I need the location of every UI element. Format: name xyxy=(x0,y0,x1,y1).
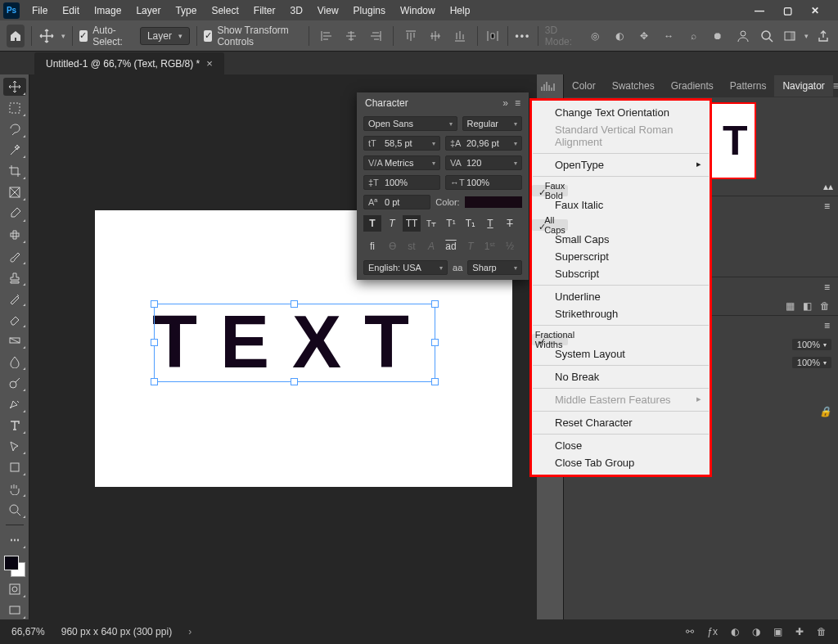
screen-mode-icon[interactable] xyxy=(3,601,26,619)
collapse-icon[interactable]: » xyxy=(502,97,508,109)
zoom-tool[interactable] xyxy=(3,501,26,519)
healing-tool[interactable] xyxy=(3,226,26,244)
close-window-button[interactable]: ✕ xyxy=(809,4,822,17)
allcaps-button[interactable]: TT xyxy=(403,215,421,232)
font-family-dropdown[interactable]: Open Sans▾ xyxy=(363,116,457,131)
fx-icon[interactable]: ƒx xyxy=(707,626,718,637)
move-tool[interactable] xyxy=(3,78,26,96)
transform-handle-w[interactable] xyxy=(151,339,158,346)
frame-tool[interactable] xyxy=(3,183,26,201)
distribute-bottom-icon[interactable] xyxy=(449,25,471,47)
vscale-field[interactable]: ‡T100% xyxy=(363,175,440,190)
transform-handle-sw[interactable] xyxy=(151,378,158,385)
stamp-tool[interactable] xyxy=(3,268,26,286)
align-right-icon[interactable] xyxy=(365,25,386,47)
character-panel-header[interactable]: Character » ≡ xyxy=(357,92,529,114)
menu-file[interactable]: File xyxy=(25,2,55,19)
trash-icon[interactable]: 🗑 xyxy=(817,626,827,637)
close-tab-icon[interactable]: × xyxy=(206,57,213,70)
strikethrough-button[interactable]: T xyxy=(501,215,519,232)
menu-subscript[interactable]: Subscript xyxy=(532,265,710,282)
shape-tool[interactable] xyxy=(3,458,26,476)
history-brush-tool[interactable] xyxy=(3,290,26,308)
quick-mask-icon[interactable] xyxy=(3,580,26,598)
tab-color[interactable]: Color xyxy=(564,75,604,97)
tab-gradients[interactable]: Gradients xyxy=(663,75,722,97)
gradient-tool[interactable] xyxy=(3,331,26,349)
menu-all-caps[interactable]: All Caps xyxy=(532,219,568,231)
panel-menu-icon[interactable]: ≡ xyxy=(824,281,830,293)
adjustment-layer-icon[interactable]: ◑ xyxy=(752,626,760,637)
tab-navigator[interactable]: Navigator xyxy=(774,75,832,97)
blur-tool[interactable] xyxy=(3,353,26,371)
distribute-top-icon[interactable] xyxy=(400,25,421,47)
menu-small-caps[interactable]: Small Caps xyxy=(532,231,710,248)
lock-icon[interactable]: 🔒 xyxy=(819,406,831,417)
character-panel-flyout-menu[interactable]: Change Text Orientation Standard Vertica… xyxy=(529,98,712,477)
document-tab[interactable]: Untitled-1 @ 66,7% (Text, RGB/8) * × xyxy=(34,52,224,74)
transform-handle-nw[interactable] xyxy=(151,300,158,308)
edit-toolbar-icon[interactable]: ⋯ xyxy=(3,531,26,549)
transform-handle-se[interactable] xyxy=(431,378,439,385)
crop-tool[interactable] xyxy=(3,162,26,180)
color-swatches[interactable] xyxy=(4,556,25,578)
wand-tool[interactable] xyxy=(3,142,26,160)
panel-flyout-icon[interactable]: ≡ xyxy=(515,97,520,109)
menu-close[interactable]: Close xyxy=(532,437,710,454)
language-dropdown[interactable]: English: USA▾ xyxy=(363,260,448,275)
subscript-button[interactable]: T₁ xyxy=(462,215,480,232)
share-icon[interactable] xyxy=(815,25,831,47)
hscale-field[interactable]: ↔T100% xyxy=(445,175,522,190)
menu-system-layout[interactable]: System Layout xyxy=(532,345,710,363)
menu-change-orientation[interactable]: Change Text Orientation xyxy=(532,104,710,121)
ligatures-button[interactable]: fi xyxy=(363,238,381,254)
type-tool[interactable] xyxy=(3,417,26,435)
menu-reset-character[interactable]: Reset Character xyxy=(532,414,710,431)
tracking-field[interactable]: VA120▾ xyxy=(445,155,522,170)
smallcaps-button[interactable]: Tᴛ xyxy=(422,215,440,232)
menu-select[interactable]: Select xyxy=(204,2,246,19)
menu-strikethrough[interactable]: Strikethrough xyxy=(532,305,710,322)
eyedropper-tool[interactable] xyxy=(3,205,26,223)
more-options-icon[interactable]: ••• xyxy=(515,25,531,47)
fg-color-swatch[interactable] xyxy=(4,556,19,570)
zoom-level[interactable]: 66,67% xyxy=(11,626,45,637)
tab-patterns[interactable]: Patterns xyxy=(722,75,775,97)
auto-select-mode-dropdown[interactable]: Layer ▾ xyxy=(140,27,190,45)
font-style-dropdown[interactable]: Regular▾ xyxy=(462,116,523,131)
auto-select-checkbox[interactable]: ✓ Auto-Select: xyxy=(79,25,133,47)
minimize-button[interactable]: — xyxy=(753,4,766,17)
antialias-dropdown[interactable]: Sharp▾ xyxy=(467,260,522,275)
menu-opentype[interactable]: OpenType xyxy=(532,156,710,173)
text-color-swatch[interactable] xyxy=(465,196,522,208)
menu-plugins[interactable]: Plugins xyxy=(346,2,393,19)
menu-view[interactable]: View xyxy=(310,2,346,19)
align-icon[interactable]: ▦ xyxy=(786,300,795,312)
navigator-zoom-slider-icon[interactable]: ▴▴ xyxy=(823,181,833,192)
path-select-tool[interactable] xyxy=(3,438,26,456)
maximize-button[interactable]: ▢ xyxy=(781,4,794,17)
menu-edit[interactable]: Edit xyxy=(55,2,87,19)
panel-menu-icon[interactable]: ≡ xyxy=(824,320,830,331)
transform-handle-s[interactable] xyxy=(291,378,298,385)
menu-help[interactable]: Help xyxy=(443,2,478,19)
menu-faux-italic[interactable]: Faux Italic xyxy=(532,196,710,214)
tab-swatches[interactable]: Swatches xyxy=(604,75,663,97)
panel-menu-icon[interactable]: ≡ xyxy=(824,200,830,212)
fill-dropdown[interactable]: 100%▾ xyxy=(792,357,831,368)
menu-fractional-widths[interactable]: Fractional Widths xyxy=(532,334,568,345)
opacity-dropdown[interactable]: 100%▾ xyxy=(792,339,831,350)
histogram-icon[interactable] xyxy=(537,74,560,97)
menu-window[interactable]: Window xyxy=(393,2,443,19)
menu-close-tab-group[interactable]: Close Tab Group xyxy=(532,454,710,471)
transform-handle-ne[interactable] xyxy=(431,300,439,308)
menu-type[interactable]: Type xyxy=(168,2,204,19)
leading-field[interactable]: ‡A20,96 pt▾ xyxy=(445,136,522,151)
snapshot-icon[interactable]: ◧ xyxy=(803,300,812,312)
transform-bounding-box[interactable] xyxy=(154,304,435,382)
chevron-down-icon[interactable]: ▾ xyxy=(61,32,65,40)
menu-underline[interactable]: Underline xyxy=(532,288,710,305)
marquee-tool[interactable] xyxy=(3,99,26,117)
home-button[interactable] xyxy=(7,25,25,47)
menu-faux-bold[interactable]: Faux Bold xyxy=(532,185,568,196)
